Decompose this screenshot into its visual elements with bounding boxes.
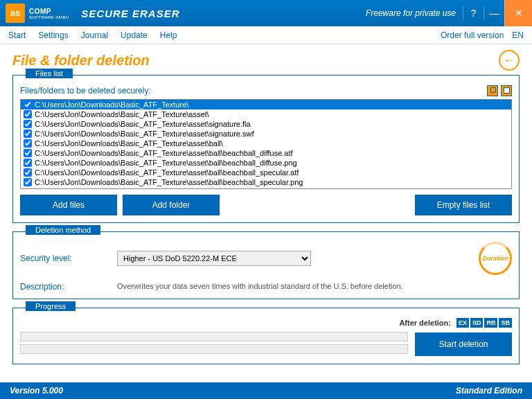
arrow-left-icon: ← — [503, 53, 515, 68]
save-list-icon[interactable] — [501, 85, 512, 96]
file-checkbox[interactable] — [24, 120, 32, 128]
order-full-version-link[interactable]: Order full version — [441, 30, 504, 40]
file-row[interactable]: C:\Users\Jon\Downloads\Basic_ATF_Texture… — [21, 109, 511, 119]
file-path: C:\Users\Jon\Downloads\Basic_ATF_Texture… — [35, 100, 188, 109]
duration-indicator: Duration — [479, 242, 512, 275]
add-folder-button[interactable]: Add folder — [123, 195, 220, 215]
file-path: C:\Users\Jon\Downloads\Basic_ATF_Texture… — [35, 130, 254, 138]
file-path: C:\Users\Jon\Downloads\Basic_ATF_Texture… — [35, 178, 303, 186]
progress-legend: Progress — [26, 301, 76, 311]
menu-update[interactable]: Update — [121, 30, 148, 40]
menu-help[interactable]: Help — [160, 30, 177, 40]
back-button[interactable]: ← — [499, 50, 520, 71]
file-path: C:\Users\Jon\Downloads\Basic_ATF_Texture… — [35, 149, 293, 157]
files-list-group: Files list Files/folders to be deleted s… — [12, 75, 520, 223]
brand-sub: SOFTWARE GMBH — [29, 15, 69, 19]
deletion-method-legend: Deletion method — [26, 225, 100, 235]
progress-bar-1 — [20, 332, 408, 342]
file-list[interactable]: C:\Users\Jon\Downloads\Basic_ATF_Texture… — [20, 99, 512, 189]
menubar: Start Settings Journal Update Help Order… — [0, 26, 532, 44]
titlebar: as COMP SOFTWARE GMBH SECURE ERASER Free… — [0, 0, 532, 26]
deletion-method-group: Deletion method Security level: Higher -… — [12, 231, 520, 299]
description-label: Description: — [20, 282, 117, 292]
after-badge-rb[interactable]: RB — [484, 318, 497, 328]
file-checkbox[interactable] — [24, 110, 32, 118]
file-row[interactable]: C:\Users\Jon\Downloads\Basic_ATF_Texture… — [21, 158, 511, 168]
version-label: Version 5.000 — [10, 386, 63, 396]
file-checkbox[interactable] — [24, 168, 32, 177]
brand-name: COMP — [29, 8, 69, 15]
file-row[interactable]: C:\Users\Jon\Downloads\Basic_ATF_Texture… — [21, 119, 511, 129]
add-files-button[interactable]: Add files — [20, 195, 117, 215]
file-row[interactable]: C:\Users\Jon\Downloads\Basic_ATF_Texture… — [21, 129, 511, 139]
close-button[interactable]: ✕ — [504, 0, 532, 26]
progress-group: Progress After deletion: EX SD RB SB Sta… — [12, 308, 520, 364]
menu-settings[interactable]: Settings — [38, 30, 68, 40]
file-checkbox[interactable] — [24, 139, 32, 148]
description-text: Overwrites your data seven times with in… — [117, 282, 403, 290]
file-checkbox[interactable] — [24, 178, 32, 186]
empty-files-list-button[interactable]: Empty files list — [415, 195, 512, 215]
file-path: C:\Users\Jon\Downloads\Basic_ATF_Texture… — [35, 120, 251, 128]
after-badge-ex[interactable]: EX — [456, 318, 469, 328]
security-level-label: Security level: — [20, 254, 117, 263]
start-deletion-button[interactable]: Start deletion — [415, 332, 512, 356]
language-toggle[interactable]: EN — [512, 30, 524, 40]
progress-bar-2 — [20, 344, 408, 354]
file-row[interactable]: C:\Users\Jon\Downloads\Basic_ATF_Texture… — [21, 139, 511, 148]
app-title: SECURE ERASER — [81, 8, 179, 19]
file-path: C:\Users\Jon\Downloads\Basic_ATF_Texture… — [35, 139, 223, 148]
file-row[interactable]: C:\Users\Jon\Downloads\Basic_ATF_Texture… — [21, 168, 511, 177]
file-checkbox[interactable] — [24, 149, 32, 157]
after-badge-sb[interactable]: SB — [499, 318, 512, 328]
minimize-button[interactable]: — — [484, 6, 504, 20]
files-list-legend: Files list — [26, 69, 73, 78]
statusbar: Version 5.000 Standard Edition — [0, 382, 532, 399]
menu-journal[interactable]: Journal — [81, 30, 108, 40]
file-row[interactable]: C:\Users\Jon\Downloads\Basic_ATF_Texture… — [21, 177, 511, 187]
files-label: Files/folders to be deleted securely: — [20, 86, 151, 96]
file-row[interactable]: C:\Users\Jon\Downloads\Basic_ATF_Texture… — [21, 148, 511, 158]
help-button[interactable]: ? — [463, 6, 484, 20]
edition-label: Standard Edition — [456, 386, 522, 396]
file-checkbox[interactable] — [24, 130, 32, 138]
menu-start[interactable]: Start — [8, 30, 26, 40]
file-checkbox[interactable] — [24, 100, 32, 109]
file-path: C:\Users\Jon\Downloads\Basic_ATF_Texture… — [35, 168, 299, 177]
file-path: C:\Users\Jon\Downloads\Basic_ATF_Texture… — [35, 110, 209, 118]
after-badge-sd[interactable]: SD — [470, 318, 484, 328]
page-title: File & folder deletion — [12, 53, 150, 69]
freeware-label: Freeware for private use — [366, 8, 456, 18]
logo-icon: as — [6, 3, 25, 23]
file-path: C:\Users\Jon\Downloads\Basic_ATF_Texture… — [35, 159, 297, 167]
import-list-icon[interactable] — [487, 85, 498, 96]
file-checkbox[interactable] — [24, 159, 32, 167]
file-row[interactable]: C:\Users\Jon\Downloads\Basic_ATF_Texture… — [21, 100, 511, 109]
security-level-select[interactable]: Higher - US DoD 5220.22-M ECE — [117, 251, 311, 266]
app-logo: as COMP SOFTWARE GMBH — [0, 3, 74, 23]
after-deletion-label: After deletion: — [399, 319, 451, 327]
